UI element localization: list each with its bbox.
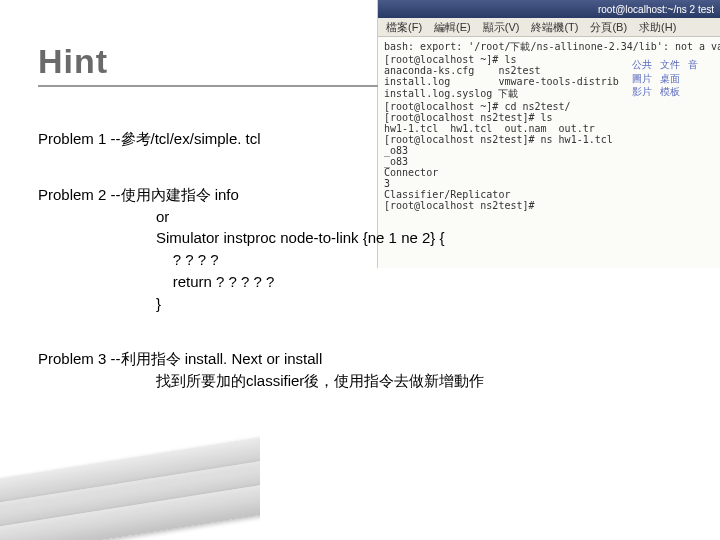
menu-tabs: 分頁(B) [590,20,627,35]
problem-1-label: Problem 1 -- [38,128,121,150]
desktop-folder-labels: 公共文件音 圖片桌面 影片模板 [632,58,716,99]
problem-2-hint: 使用內建指令 info [121,184,239,206]
terminal-menubar: 檔案(F) 編輯(E) 顯示(V) 終端機(T) 分頁(B) 求助(H) [378,18,720,37]
problem-2-code: or Simulator instproc node-to-link {ne 1… [156,206,678,315]
problem-1-hint: 參考/tcl/ex/simple. tcl [121,128,261,150]
problem-3: Problem 3 -- 利用指令 install. Next or insta… [38,348,678,392]
problem-2-label: Problem 2 -- [38,184,121,206]
terminal-titlebar: root@localhost:~/ns 2 test [378,0,720,18]
decorative-wedge [0,430,260,540]
menu-help: 求助(H) [639,20,676,35]
menu-file: 檔案(F) [386,20,422,35]
problem-3-hint: 利用指令 install. Next or install [121,348,323,370]
menu-view: 顯示(V) [483,20,520,35]
menu-term: 終端機(T) [531,20,578,35]
problem-3-line2: 找到所要加的classifier後，使用指令去做新增動作 [156,370,678,392]
menu-edit: 編輯(E) [434,20,471,35]
terminal-title: root@localhost:~/ns 2 test [598,4,714,15]
slide-title: Hint [38,42,378,87]
problem-3-label: Problem 3 -- [38,348,121,370]
problem-1: Problem 1 -- 參考/tcl/ex/simple. tcl [38,128,678,150]
slide-body: Problem 1 -- 參考/tcl/ex/simple. tcl Probl… [38,128,678,426]
problem-2: Problem 2 -- 使用內建指令 info or Simulator in… [38,184,678,315]
